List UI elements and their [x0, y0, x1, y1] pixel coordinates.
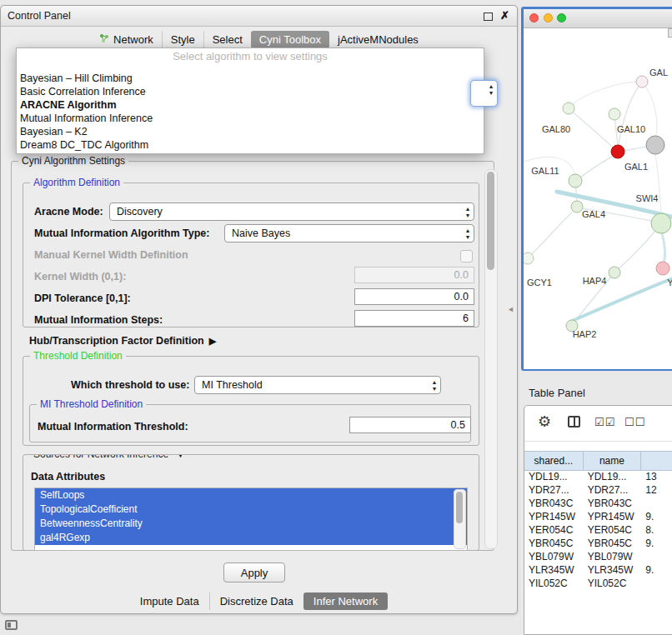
network-edge[interactable] [572, 82, 642, 105]
settings-scrollbar-thumb[interactable] [487, 172, 494, 270]
node-gal10-red[interactable] [611, 145, 624, 158]
table-cell: YDL19... [524, 470, 584, 483]
algorithm-option-basic-correlation-inference[interactable]: Basic Correlation Inference [17, 85, 484, 98]
attribute-item-topologicalcoefficient[interactable]: TopologicalCoefficient [35, 502, 467, 517]
node-right-large-green[interactable] [651, 213, 671, 233]
node-right-pink[interactable] [656, 262, 669, 275]
network-edge[interactable] [624, 147, 646, 151]
attribute-item-betweennesscentrality[interactable]: BetweennessCentrality [35, 517, 467, 531]
table-row[interactable]: YBL079WYBL079W [524, 550, 672, 563]
mi-algorithm-type-select[interactable]: Naive Bayes ▴▾ [224, 224, 474, 242]
network-edge[interactable] [614, 232, 654, 272]
collapsed-arrow-icon: ▶ [209, 336, 216, 346]
network-edge[interactable] [619, 82, 642, 145]
dpi-tolerance-input[interactable]: 0.0 [354, 288, 474, 305]
attribute-item-selfloops[interactable]: SelfLoops [35, 488, 467, 502]
which-threshold-select[interactable]: MI Threshold ▴▾ [194, 376, 441, 394]
node-top-pink[interactable] [636, 76, 648, 88]
attribute-item-gal4rgexp[interactable]: gal4RGexp [35, 531, 467, 545]
select-all-checks-icon[interactable]: ☑☑ [594, 416, 615, 428]
node-gal4[interactable] [571, 201, 583, 212]
table-row[interactable]: YDR27...YDR27...12 [524, 483, 672, 497]
panel-resize-handle[interactable]: ◄ [507, 305, 514, 313]
control-panel-titlebar[interactable]: Control Panel ✗ [1, 6, 517, 27]
column-header-shared[interactable]: shared... [524, 452, 584, 470]
table-cell: YPR145W [584, 510, 642, 523]
network-icon [99, 33, 109, 46]
tab-cyni-toolbox[interactable]: Cyni Toolbox [251, 31, 329, 48]
overview-toggle-icon[interactable] [668, 28, 672, 38]
attributes-scrollbar[interactable] [454, 489, 466, 549]
gear-icon[interactable]: ⚙ [538, 412, 551, 431]
mi-threshold-input[interactable]: 0.5 [349, 417, 471, 433]
network-edge[interactable] [655, 154, 661, 213]
bottom-tab-impute-data[interactable]: Impute Data [130, 592, 209, 610]
data-attributes-list[interactable]: SelfLoopsTopologicalCoefficientBetweenne… [34, 488, 468, 551]
manual-kernel-width-checkbox [460, 250, 473, 262]
deselect-all-checks-icon[interactable]: ☐☐ [624, 416, 645, 428]
mi-threshold-definition-title: MI Threshold Definition [37, 398, 146, 410]
settings-scrollbar[interactable] [484, 169, 498, 549]
table-toolbar: ⚙ ☑☑ ☐☐ [524, 406, 672, 442]
table-cell [641, 577, 672, 590]
table-row[interactable]: YPR145WYPR145W9. [524, 510, 672, 523]
float-panel-icon[interactable] [484, 12, 493, 21]
node-gal11[interactable] [569, 174, 582, 188]
table-row[interactable]: YIL052CYIL052C [524, 577, 672, 590]
node-upper-mid[interactable] [609, 108, 620, 120]
hub-tf-definition-toggle[interactable]: Hub/Transcription Factor Definition▶ [29, 335, 216, 347]
aracne-mode-select[interactable]: Discovery ▴▾ [109, 202, 474, 221]
minimize-traffic-light-icon[interactable] [544, 13, 553, 22]
table-row[interactable]: YLR345WYLR345W9. [524, 563, 672, 577]
close-traffic-light-icon[interactable] [529, 13, 539, 22]
column-header-col2[interactable] [641, 452, 672, 470]
zoom-traffic-light-icon[interactable] [557, 13, 566, 22]
algorithm-select-focus-ring[interactable]: ▴▾ [470, 80, 498, 107]
network-window-titlebar[interactable] [524, 9, 672, 28]
threshold-definition-title: Threshold Definition [30, 350, 126, 362]
columns-icon[interactable] [568, 416, 580, 428]
table-panel-title: Table Panel [529, 387, 585, 399]
table-row[interactable]: YBR045CYBR045C9. [524, 537, 672, 550]
table-row[interactable]: YDL19...YDL19...13 [524, 470, 672, 483]
tab-jactivemnodules[interactable]: jActiveMNodules [329, 31, 427, 48]
algorithm-option-aracne-algorithm[interactable]: ARACNE Algorithm [17, 98, 484, 112]
bottom-tab-infer-network[interactable]: Infer Network [303, 592, 388, 610]
algorithm-option-mutual-information-inference[interactable]: Mutual Information Inference [17, 112, 484, 125]
table-cell: 12 [641, 483, 672, 497]
tab-style[interactable]: Style [162, 31, 203, 48]
node-hap4[interactable] [609, 267, 620, 278]
close-icon[interactable]: ✗ [500, 9, 509, 22]
which-threshold-label: Which threshold to use: [71, 379, 189, 391]
table-cell: 9. [641, 563, 672, 577]
docked-panel-icon[interactable] [5, 620, 18, 630]
which-threshold-value: MI Threshold [202, 379, 263, 391]
mi-steps-input[interactable]: 6 [354, 310, 474, 327]
network-edge[interactable] [662, 233, 664, 262]
network-canvas[interactable]: GALGAL80GAL10GAL11GAL1SWI4GAL4GCY1HAP4HA… [524, 28, 672, 369]
bottom-tabs: Impute DataDiscretize DataInfer Network [1, 591, 517, 611]
tab-network[interactable]: Network [91, 31, 162, 48]
sources-group-toggle[interactable]: Sources for Network Inference ▼ [30, 454, 188, 460]
node-left-edge[interactable] [524, 252, 534, 264]
algorithm-option-dream8-dc-tdc-algorithm[interactable]: Dream8 DC_TDC Algorithm [17, 138, 484, 152]
network-edge[interactable] [528, 212, 572, 258]
node-label-gal10: GAL10 [617, 124, 645, 134]
algorithm-option-bayesian-hill-climbing[interactable]: Bayesian – Hill Climbing [17, 72, 484, 85]
node-upper-left[interactable] [563, 102, 574, 114]
table-cell: YER054C [524, 523, 584, 537]
node-gray-large[interactable] [646, 136, 664, 154]
apply-button[interactable]: Apply [223, 562, 285, 582]
column-header-name[interactable]: name [584, 452, 642, 470]
bottom-tab-discretize-data[interactable]: Discretize Data [209, 592, 303, 610]
table-cell: YBR045C [524, 537, 584, 550]
network-edge[interactable] [569, 108, 613, 148]
network-graph: GALGAL80GAL10GAL11GAL1SWI4GAL4GCY1HAP4HA… [524, 28, 672, 369]
table-row[interactable]: YER054CYER054C8. [524, 523, 672, 537]
algorithm-option-bayesian-k2[interactable]: Bayesian – K2 [17, 125, 484, 138]
attributes-scrollbar-thumb[interactable] [456, 492, 463, 523]
manual-kernel-width-label: Manual Kernel Width Definition [34, 249, 188, 261]
aracne-mode-value: Discovery [117, 206, 163, 218]
tab-select[interactable]: Select [203, 31, 251, 48]
table-row[interactable]: YBR043CYBR043C [524, 497, 672, 510]
